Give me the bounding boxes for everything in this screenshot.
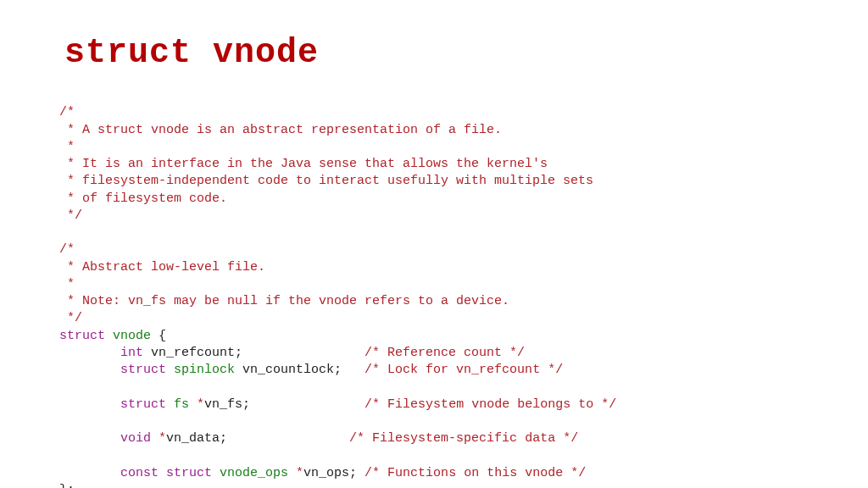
comment-line: * It is an interface in the Java sense t… <box>59 157 548 171</box>
indent <box>59 346 120 360</box>
type-vnode-ops: vnode_ops <box>212 466 288 480</box>
keyword-struct: struct <box>166 466 212 480</box>
pad <box>227 431 349 446</box>
field-name: vn_refcount; <box>143 346 242 360</box>
indent <box>59 466 120 480</box>
brace-open: { <box>151 329 166 343</box>
keyword-const: const <box>120 466 166 480</box>
pointer-star: * <box>288 466 303 480</box>
field-name: vn_countlock; <box>235 363 342 377</box>
indent <box>59 397 120 412</box>
inline-comment: /* Filesystem vnode belongs to */ <box>364 397 616 412</box>
field-name: vn_ops; <box>303 466 357 480</box>
indent <box>59 363 120 377</box>
pointer-star: * <box>151 431 166 446</box>
keyword-struct: struct <box>120 363 166 377</box>
indent <box>59 431 120 446</box>
inline-comment: /* Functions on this vnode */ <box>364 466 586 480</box>
comment-line: * filesystem-independent code to interac… <box>59 174 593 188</box>
comment-line: */ <box>59 311 82 325</box>
keyword-void: void <box>120 431 151 446</box>
inline-comment: /* Filesystem-specific data */ <box>349 431 578 446</box>
field-line: const struct vnode_ops *vn_ops; /* Funct… <box>59 466 586 480</box>
comment-line: * <box>59 140 75 154</box>
comment-line: /* <box>59 242 75 257</box>
comment-line: /* <box>59 105 75 119</box>
brace-close: }; <box>59 483 75 488</box>
comment-line: * A struct vnode is an abstract represen… <box>59 123 502 137</box>
type-vnode: vnode <box>113 329 151 343</box>
pad <box>342 363 364 377</box>
field-line: struct spinlock vn_countlock; /* Lock fo… <box>59 363 563 377</box>
comment-line: * <box>59 277 75 291</box>
type-spinlock: spinlock <box>166 363 235 377</box>
pad <box>242 346 364 360</box>
slide-title: struct vnode <box>64 34 817 72</box>
field-line: struct fs *vn_fs; /* Filesystem vnode be… <box>59 397 616 412</box>
inline-comment: /* Reference count */ <box>364 346 525 360</box>
field-line: void *vn_data; /* Filesystem-specific da… <box>59 431 578 446</box>
struct-decl-line: struct vnode { <box>59 329 166 343</box>
code-block: /* * A struct vnode is an abstract repre… <box>59 87 817 488</box>
inline-comment: /* Lock for vn_refcount */ <box>364 363 563 377</box>
field-line: int vn_refcount; /* Reference count */ <box>59 346 525 360</box>
pointer-star: * <box>189 397 204 412</box>
type-fs: fs <box>166 397 189 412</box>
slide: struct vnode /* * A struct vnode is an a… <box>0 0 868 488</box>
field-name: vn_data; <box>166 431 227 446</box>
pad <box>250 397 364 412</box>
comment-line: * Abstract low-level file. <box>59 260 265 274</box>
keyword-int: int <box>120 346 143 360</box>
pad <box>357 466 364 480</box>
keyword-struct: struct <box>59 329 105 343</box>
field-name: vn_fs; <box>204 397 250 412</box>
comment-line: * Note: vn_fs may be null if the vnode r… <box>59 294 509 308</box>
keyword-struct: struct <box>120 397 166 412</box>
comment-line: * of filesystem code. <box>59 191 227 206</box>
comment-line: */ <box>59 208 82 223</box>
